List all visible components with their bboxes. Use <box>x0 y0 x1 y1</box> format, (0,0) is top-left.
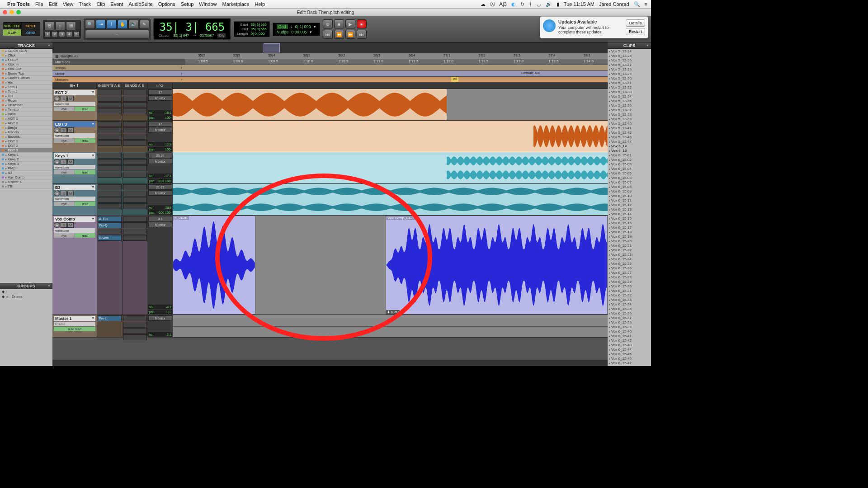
send-slot[interactable] <box>123 153 147 159</box>
waveform-area[interactable] <box>173 315 608 337</box>
edit-tracks-area[interactable]: EGT 2▾ ● S M waveform dynread 17 Monitor… <box>52 89 608 360</box>
track-list-item[interactable]: ▸Room <box>0 99 52 103</box>
clip-list-item[interactable]: ▸Vox 5_13-42 <box>608 130 651 135</box>
menu-setup[interactable]: Setup <box>181 1 194 7</box>
send-slot[interactable] <box>123 127 147 133</box>
clip-list-item[interactable]: ▸Vox 6_15-30 <box>608 284 651 288</box>
input-selector[interactable]: 21-22 <box>148 184 172 190</box>
menu-help[interactable]: Help <box>255 1 265 7</box>
clip-list-item[interactable]: ▸Vox 5_13-29 <box>608 71 651 76</box>
view-selector[interactable]: waveform <box>54 165 95 169</box>
send-slot[interactable] <box>123 134 147 140</box>
ffwd-icon[interactable]: ⏩ <box>345 30 355 39</box>
clip-list-item[interactable]: ▸Vox 6_15-45 <box>608 352 651 356</box>
mute-button[interactable]: M <box>67 222 74 228</box>
record-enable[interactable]: ● <box>54 191 60 196</box>
insert-slot[interactable]: Pro-L <box>98 315 122 321</box>
track-list-item[interactable]: ▸Vox Comp <box>0 175 52 180</box>
clip-list-item[interactable]: ▸Vox 6_15-13 <box>608 207 651 211</box>
clip-list-item[interactable]: ▸Vox 5_13-26 <box>608 58 651 62</box>
track-list-item[interactable]: ▸Hat <box>0 80 52 85</box>
tracks-panel-header[interactable]: TRACKS <box>0 42 52 49</box>
track-header[interactable]: EGT 2▾ ● S M waveform dynread <box>52 89 97 120</box>
zoom-preset-2[interactable]: 2 <box>52 31 58 38</box>
clip-list-item[interactable]: ▸Vox 6_15-05 <box>608 171 651 175</box>
track-list-item[interactable]: ▸Kick Out <box>0 67 52 71</box>
track-list-item[interactable]: ▸OH <box>0 94 52 99</box>
clip-list-item[interactable]: ▸Vox 6_15 <box>608 148 651 153</box>
view-selector[interactable]: waveform <box>54 102 95 106</box>
sends-header[interactable]: SENDS A-E <box>122 83 147 89</box>
clip-list-item[interactable]: ▸Vox 6_15-03 <box>608 162 651 166</box>
volume-icon[interactable]: 🔊 <box>546 1 552 7</box>
clip-list-item[interactable]: ▸Vox 6_15-32 <box>608 293 651 297</box>
clip-list-item[interactable]: ▸Vox 6_15-41 <box>608 333 651 338</box>
zoom-preset-5[interactable]: 5 <box>73 31 80 38</box>
ruler-bars-label[interactable]: ▦Bars|Beats <box>52 53 185 59</box>
user[interactable]: Jared Conrad <box>599 1 629 7</box>
track-list-item[interactable]: ▸Mando <box>0 130 52 135</box>
send-slot[interactable] <box>123 89 147 95</box>
track-list-item[interactable]: ▸Kick In <box>0 62 52 67</box>
menu-event[interactable]: Event <box>110 1 123 7</box>
menu-window[interactable]: Window <box>199 1 217 7</box>
clip-list-item[interactable]: ▸Vox 6_15-27 <box>608 270 651 275</box>
monitor-button[interactable]: Monitor <box>148 315 172 321</box>
clips-panel-header[interactable]: CLIPS <box>608 42 651 49</box>
clip-list-item[interactable]: ▸Vox 6_15-40 <box>608 329 651 333</box>
monitor-button[interactable]: Monitor <box>148 159 172 164</box>
mute-button[interactable]: M <box>67 159 74 164</box>
groups-list[interactable]: ◆!◆aDrums <box>0 289 52 366</box>
record-enable[interactable]: ● <box>54 222 60 228</box>
clip-list-item[interactable]: ▸Vox 6_15-35 <box>608 306 651 311</box>
clip-list-item[interactable]: ▸Vox 5_13-34 <box>608 94 651 99</box>
insert-slot[interactable] <box>98 127 122 133</box>
clip-list-item[interactable]: ▸Vox 6_15-31 <box>608 288 651 293</box>
send-slot[interactable] <box>123 102 147 108</box>
mode-shuffle[interactable]: SHUFFLE <box>3 23 21 29</box>
menu-audiosuite[interactable]: AudioSuite <box>128 1 152 7</box>
monitor-button[interactable]: Monitor <box>148 95 172 101</box>
elastic-audio[interactable]: dyn <box>54 170 75 174</box>
mute-button[interactable]: M <box>67 127 74 133</box>
track-name[interactable]: B3▾ <box>54 185 95 190</box>
details-button[interactable]: Details <box>626 19 645 27</box>
record-icon[interactable]: ● <box>357 19 367 28</box>
menu-edit[interactable]: Edit <box>49 1 57 7</box>
insert-slot[interactable]: ATEvo <box>98 216 122 222</box>
solo-button[interactable]: S <box>61 127 67 133</box>
send-slot[interactable] <box>123 197 147 203</box>
menubar-icon[interactable]: ◐ <box>511 1 516 7</box>
clip-list-item[interactable]: ▸Vox 6_15-22 <box>608 248 651 252</box>
insert-slot[interactable] <box>98 140 122 146</box>
clip-list-item[interactable]: ▸Vox 6_15-17 <box>608 225 651 230</box>
record-enable[interactable]: ● <box>54 96 60 101</box>
clip-list-item[interactable]: ▸Vox 6_15-20 <box>608 239 651 243</box>
sel-length-val[interactable]: 0| 0| 000 <box>251 32 267 36</box>
elastic-audio[interactable]: dyn <box>54 107 75 111</box>
clip-list-item[interactable]: ▸Vox 5_13-39 <box>608 117 651 121</box>
horizontal-scrollbar[interactable] <box>52 360 608 366</box>
track-list-item[interactable]: ▸B3 <box>0 171 52 175</box>
clip-list-item[interactable]: ▸Vox 6_15-24 <box>608 257 651 261</box>
clip-list-item[interactable]: ▸Vox 6_15-04 <box>608 166 651 171</box>
grid-val[interactable]: 0| 1| 000 <box>295 24 311 29</box>
group-item[interactable]: ◆aDrums <box>0 294 52 299</box>
send-slot[interactable] <box>123 235 147 241</box>
clip-list-item[interactable]: ▸Vox 6_15-02 <box>608 157 651 162</box>
clip-list-item[interactable]: ▸Vox 6_15-33 <box>608 297 651 302</box>
send-slot[interactable] <box>123 191 147 197</box>
clip-list-item[interactable]: ▸Vox 5_13-43 <box>608 135 651 139</box>
automation-mode[interactable]: read <box>75 107 96 111</box>
waveform-area[interactable] <box>173 121 608 152</box>
clip-list-item[interactable]: ▸Vox 6_15-01 <box>608 153 651 157</box>
clip-list-item[interactable]: ▸Vox 5_13-24 <box>608 49 651 53</box>
send-slot[interactable] <box>123 334 147 340</box>
track-list-item[interactable]: ▸Bass <box>0 112 52 117</box>
online-icon[interactable]: ⊚ <box>323 19 333 28</box>
clip-list-item[interactable]: ▸Vox 6_15-09 <box>608 189 651 193</box>
menu-clip[interactable]: Clip <box>96 1 105 7</box>
menu-options[interactable]: Options <box>158 1 175 7</box>
ruler-tempo[interactable] <box>185 65 608 71</box>
clip-list-item[interactable]: ▸Vox 6_15-23 <box>608 252 651 257</box>
